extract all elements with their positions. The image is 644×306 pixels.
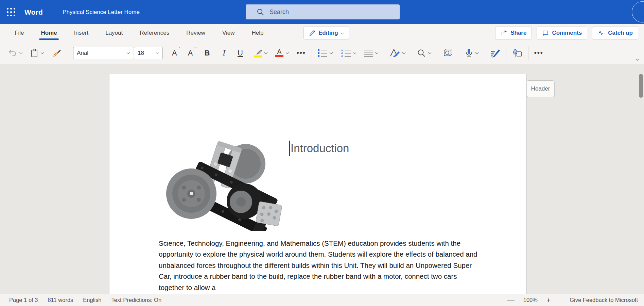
underline-button[interactable]: U (238, 49, 243, 58)
editor-icon (490, 49, 500, 58)
font-size-value: 18 (138, 50, 144, 57)
alignment-button[interactable] (364, 50, 378, 57)
document-title[interactable]: Physical Science Letter Home (63, 9, 140, 16)
chevron-down-icon (353, 51, 356, 54)
clipboard-icon (30, 49, 38, 58)
tab-file[interactable]: File (6, 24, 32, 42)
word-count-status[interactable]: 811 words (48, 297, 73, 303)
find-button[interactable] (417, 49, 431, 58)
app-launcher-icon[interactable] (7, 8, 15, 16)
app-name[interactable]: Word (24, 8, 43, 16)
vertical-scrollbar-thumb[interactable] (639, 74, 643, 98)
text-predictions-status[interactable]: Text Predictions: On (111, 297, 161, 303)
editing-label: Editing (318, 30, 338, 36)
grow-font-glyph: A (172, 49, 177, 57)
account-loading-spinner-icon[interactable] (632, 1, 644, 22)
page-count-status[interactable]: Page 1 of 3 (9, 297, 38, 303)
tab-insert[interactable]: Insert (66, 24, 97, 42)
catch-up-label: Catch up (608, 30, 633, 36)
editor-button[interactable] (490, 49, 500, 58)
bold-button[interactable]: B (204, 49, 210, 58)
undo-button[interactable] (8, 49, 22, 57)
numbering-button[interactable]: 1 2 3 (341, 49, 356, 57)
top-app-bar: Word Physical Science Letter Home (0, 0, 644, 24)
styles-button[interactable] (390, 48, 405, 58)
more-ribbon-commands-button[interactable]: ••• (534, 49, 543, 57)
editing-mode-button[interactable]: Editing (303, 27, 349, 39)
divider (459, 46, 459, 60)
bullets-button[interactable] (318, 49, 332, 57)
font-size-select[interactable]: 18 (134, 47, 162, 59)
status-right-group: — 100% + Give Feedback to Microsoft (507, 296, 638, 304)
collapse-ribbon-chevron-icon[interactable] (636, 57, 639, 61)
document-paragraph[interactable]: Science, Technology, Engineering, and Ma… (159, 238, 481, 293)
highlighter-icon (254, 49, 262, 58)
text-cursor (289, 141, 290, 156)
share-label: Share (510, 30, 526, 36)
document-canvas[interactable]: Header (0, 64, 644, 294)
paste-button[interactable] (30, 49, 43, 58)
zoom-level[interactable]: 100% (523, 297, 538, 303)
header-region-button[interactable]: Header (526, 80, 555, 97)
chevron-down-icon (341, 31, 344, 34)
tab-home[interactable]: Home (32, 24, 65, 42)
divider (437, 46, 437, 60)
font-color-button[interactable]: A (275, 49, 289, 57)
font-color-icon: A (275, 49, 283, 57)
document-heading[interactable]: Introduction (289, 141, 349, 156)
chevron-down-icon (428, 51, 431, 54)
grow-font-button[interactable]: A ˆ (172, 49, 177, 57)
divider (312, 46, 312, 60)
comment-icon (542, 30, 549, 36)
highlight-color-button[interactable] (254, 49, 267, 58)
bulleted-list-icon (318, 49, 327, 57)
share-button[interactable]: Share (495, 27, 532, 39)
word-online-window: Word Physical Science Letter Home File H… (0, 0, 644, 306)
zoom-out-button[interactable]: — (507, 296, 515, 304)
tab-view[interactable]: View (214, 24, 243, 42)
pencil-icon (309, 30, 315, 36)
font-name-select[interactable]: Arial (73, 47, 133, 59)
align-justify-icon (364, 50, 373, 57)
tab-layout[interactable]: Layout (97, 24, 131, 42)
shrink-font-button[interactable]: A ˇ (188, 49, 193, 57)
chevron-down-icon (41, 51, 44, 54)
italic-button[interactable]: I (223, 49, 225, 58)
comments-button[interactable]: Comments (537, 27, 587, 39)
catch-up-button[interactable]: Catch up (592, 27, 638, 39)
more-font-options-button[interactable]: ••• (297, 49, 306, 57)
dictate-button[interactable] (465, 48, 478, 58)
zoom-in-button[interactable]: + (546, 296, 551, 304)
ribbon-chrome: File Home Insert Layout References Revie… (0, 24, 644, 64)
activity-pulse-icon (597, 30, 605, 36)
status-left-group: Page 1 of 3 811 words English Text Predi… (9, 297, 161, 303)
share-icon (501, 30, 507, 36)
header-tab-label: Header (531, 85, 550, 92)
divider (506, 46, 506, 60)
designer-button[interactable] (512, 48, 522, 58)
language-status[interactable]: English (83, 297, 101, 303)
chevron-down-icon (19, 51, 23, 54)
comments-label: Comments (552, 30, 582, 36)
menu-bar: File Home Insert Layout References Revie… (0, 24, 644, 42)
ribbon-toolbar: Arial 18 A ˆ A ˇ B I U (0, 42, 644, 64)
tab-review[interactable]: Review (178, 24, 214, 42)
status-bar: Page 1 of 3 811 words English Text Predi… (0, 294, 644, 306)
reading-view-button[interactable] (443, 48, 453, 58)
search-input[interactable] (269, 9, 382, 16)
format-painter-icon (52, 49, 61, 58)
format-painter-button[interactable] (52, 49, 61, 58)
document-image-robot-car[interactable] (160, 136, 287, 231)
magnifier-icon (417, 49, 426, 58)
heading-text: Introduction (291, 142, 349, 155)
caret-down-icon: ˇ (194, 47, 196, 52)
chevron-down-icon (156, 51, 159, 54)
tab-help[interactable]: Help (243, 24, 272, 42)
shrink-font-glyph: A (188, 49, 193, 57)
feedback-link[interactable]: Give Feedback to Microsoft (570, 297, 638, 303)
chevron-down-icon (127, 51, 130, 54)
search-box[interactable] (246, 4, 400, 19)
chevron-down-icon (402, 51, 405, 54)
styles-icon (390, 48, 400, 58)
tab-references[interactable]: References (131, 24, 178, 42)
